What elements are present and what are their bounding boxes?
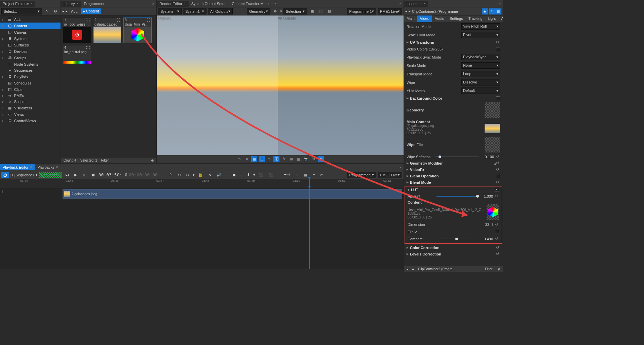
view-icon[interactable]: ◈ <box>482 8 488 14</box>
tree-item-scripts[interactable]: ›‹›Scripts <box>0 99 61 105</box>
pause-button[interactable]: ⏸ <box>80 172 88 178</box>
yuv-matrix-dropdown[interactable]: Default▾ <box>461 88 500 94</box>
sequence-label[interactable]: [1] Sequence1 <box>10 173 34 177</box>
tab-content-transfer[interactable]: Content Transfer Monitor× <box>229 1 279 7</box>
expand-icon[interactable]: › <box>2 100 5 104</box>
tool-camera[interactable]: 📷 <box>303 156 309 162</box>
lock-icon[interactable]: 🔒 <box>196 172 205 178</box>
expand-icon[interactable]: › <box>2 88 5 92</box>
close-icon[interactable]: × <box>423 2 425 5</box>
wipe-file-thumb[interactable] <box>485 137 500 152</box>
levels-correction-section[interactable]: Levels Correction <box>410 252 441 256</box>
scale-mode-dropdown[interactable]: None▾ <box>461 62 500 69</box>
magnet-icon[interactable]: ⊓ <box>294 172 301 178</box>
expand-icon[interactable]: › <box>2 24 5 28</box>
library-thumb[interactable]: 3⛶Ursa_Mini_Pro_G... <box>123 18 152 43</box>
tree-item-all[interactable]: ›☰ALL <box>0 16 61 23</box>
tree-item-controlviews[interactable]: ›⊡ControlViews <box>0 117 61 124</box>
inspector-tab-video[interactable]: Video <box>417 15 432 22</box>
clear-icon[interactable]: ⊘ <box>497 267 500 271</box>
tool-pick[interactable]: ↖ <box>236 156 242 162</box>
library-thumb[interactable]: 2⛶galapagos.jpeg <box>93 18 121 43</box>
uv-transform-section[interactable]: UV Transform <box>410 40 434 44</box>
tool-target[interactable]: ◈ <box>318 156 324 162</box>
close-icon[interactable]: × <box>497 2 503 6</box>
close-icon[interactable]: × <box>31 2 33 5</box>
render-viewport[interactable]: Output1 All Outputs <box>157 15 404 155</box>
tree-item-surfaces[interactable]: ›◫Surfaces <box>0 42 61 48</box>
tool-icon[interactable]: ⬚ <box>317 8 325 14</box>
loop-out-icon[interactable]: ↦ <box>184 172 191 178</box>
expand-icon[interactable]: › <box>2 62 5 66</box>
bg-color-swatch[interactable] <box>496 96 500 100</box>
expand-icon[interactable]: › <box>2 43 5 47</box>
tab-programmer[interactable]: Programmer <box>81 1 107 7</box>
tree-item-devices[interactable]: ›⊡Devices <box>0 48 61 55</box>
expand-icon[interactable]: › <box>2 18 5 22</box>
inspector-tab-all[interactable]: All <box>498 15 503 22</box>
sequence-name[interactable]: Sequence1 <box>39 172 62 178</box>
filter-all[interactable]: ALL <box>69 9 80 14</box>
tool-snap[interactable]: ⊞ <box>259 156 265 162</box>
move-icon[interactable]: ✥ <box>272 8 279 14</box>
geometry-dropdown[interactable]: Geometry▾ <box>247 8 270 14</box>
volume-icon[interactable]: 🔊 <box>215 172 223 178</box>
forward-icon[interactable]: ▸ <box>412 267 414 271</box>
volume-slider[interactable] <box>225 175 243 175</box>
geom-modifier-section[interactable]: Geometry Modifier <box>410 161 443 165</box>
download-icon[interactable]: ⬇ <box>245 172 252 178</box>
inspector-tab-settings[interactable]: Settings <box>447 15 466 22</box>
tool-icon[interactable]: ▦ <box>308 8 316 14</box>
back-icon[interactable]: ◂ <box>62 9 64 13</box>
close-icon[interactable]: × <box>150 2 156 6</box>
align-right-icon[interactable]: ⬛ <box>267 172 275 178</box>
reset-icon[interactable]: ↺ <box>496 245 500 250</box>
marker-icon[interactable]: ⚐ <box>167 172 175 178</box>
system-dropdown[interactable]: System▾ <box>158 8 182 14</box>
wipe-softness-slider[interactable] <box>435 157 479 157</box>
lut-section[interactable]: LUT <box>411 188 418 192</box>
main-content-thumb[interactable] <box>485 124 500 133</box>
tool-shape[interactable]: ◇ <box>266 156 272 162</box>
inspector-tab-light[interactable]: Light <box>485 15 498 22</box>
snap-icon[interactable]: ⊢⊣ <box>281 172 292 178</box>
expand-icon[interactable]: › <box>2 81 5 85</box>
list-icon[interactable]: ≡ <box>489 8 495 14</box>
expand-icon[interactable]: › <box>2 56 5 60</box>
close-icon[interactable]: × <box>56 165 58 169</box>
transport-mode-dropdown[interactable]: Loop▾ <box>461 71 500 77</box>
tab-system-output[interactable]: System Output Setup <box>189 1 229 7</box>
close-icon[interactable]: × <box>30 165 32 169</box>
expand-icon[interactable]: › <box>2 49 5 54</box>
programmer-dropdown[interactable]: Programmer1▾ <box>347 172 376 178</box>
expand-icon[interactable]: ⛶ <box>117 18 120 22</box>
close-icon[interactable]: × <box>77 2 79 5</box>
prev-button[interactable]: ⏮ <box>63 172 71 178</box>
library-thumb[interactable]: 1⛶io_logo_weiss_re...⏻ <box>63 18 91 43</box>
tree-item-groups[interactable]: ›⁂Groups <box>0 55 61 61</box>
outputs-dropdown[interactable]: All Outputs▾ <box>208 8 233 14</box>
tool-grid[interactable]: ▦ <box>251 156 257 162</box>
color-correction-section[interactable]: Color Correction <box>410 246 439 250</box>
expand-icon[interactable]: › <box>2 119 5 123</box>
tree-item-schedules[interactable]: ›▤Schedules <box>0 80 61 86</box>
tree-item-node-systems[interactable]: ›⊹Node Systems <box>0 61 61 67</box>
tree-item-views[interactable]: ›▭Views <box>0 111 61 117</box>
tool-table[interactable]: ⊞ <box>288 156 294 162</box>
stop-button[interactable]: ⏹ <box>89 172 97 178</box>
forward-icon[interactable]: ▸ <box>66 9 68 13</box>
clear-icon[interactable]: ⊘ <box>151 159 154 162</box>
list-icon[interactable]: ≡ <box>311 172 317 178</box>
inspector-tab-main[interactable]: Main <box>404 15 417 22</box>
system1-dropdown[interactable]: System1▾ <box>183 8 206 14</box>
tab-project-explorer[interactable]: Project Explorer× <box>0 1 35 7</box>
expand-icon[interactable]: › <box>2 30 5 34</box>
geometry-thumb[interactable] <box>485 102 500 118</box>
playback-sync-dropdown[interactable]: PlaybackSync▾ <box>461 54 500 60</box>
align-left-icon[interactable]: ⬛ <box>257 172 265 178</box>
reset-icon[interactable]: ↺ <box>495 237 499 241</box>
filter-content[interactable]: ▸ Content <box>81 8 101 14</box>
selection-dropdown[interactable]: Selection▾ <box>283 8 307 14</box>
reset-icon[interactable]: ↺ <box>496 180 500 184</box>
tab-library[interactable]: Library× <box>61 1 81 7</box>
